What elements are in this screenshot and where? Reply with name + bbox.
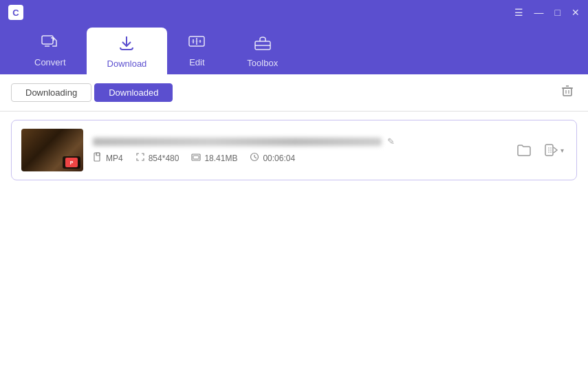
tab-convert-label: Convert: [34, 57, 66, 67]
sub-tab-downloading[interactable]: Downloading: [11, 83, 91, 102]
duration-icon: [250, 152, 259, 164]
resolution-icon: [135, 152, 145, 164]
convert-dropdown-arrow: ▾: [560, 147, 564, 154]
file-title-blurred: [93, 138, 382, 146]
svg-line-22: [254, 157, 257, 158]
maximize-icon[interactable]: □: [555, 7, 560, 18]
menu-icon[interactable]: ☰: [514, 7, 523, 18]
title-bar: C ☰ — □ ✕: [0, 0, 588, 25]
main-body: Downloading Downloaded P: [0, 74, 588, 391]
sub-tabs: Downloading Downloaded: [11, 83, 173, 102]
window-controls: ☰ — □ ✕: [514, 7, 580, 18]
size-icon: [191, 152, 201, 164]
file-meta: MP4 854*480: [93, 152, 504, 164]
nav-tabs: Convert Download Edit: [0, 25, 588, 74]
meta-size: 18.41MB: [191, 152, 237, 164]
svg-rect-0: [42, 36, 53, 44]
tab-edit[interactable]: Edit: [167, 28, 226, 74]
format-icon: [93, 152, 102, 164]
tab-download-label: Download: [107, 59, 147, 69]
file-format: MP4: [106, 154, 123, 163]
file-size: 18.41MB: [204, 154, 237, 163]
file-actions: ▾: [514, 140, 567, 160]
tab-toolbox-label: Toolbox: [247, 58, 278, 68]
tab-download[interactable]: Download: [87, 28, 168, 74]
convert-output-button[interactable]: ▾: [541, 140, 567, 160]
sub-tabs-bar: Downloading Downloaded: [0, 74, 588, 112]
close-icon[interactable]: ✕: [571, 7, 580, 18]
thumbnail-overlay: P: [63, 156, 80, 169]
sub-tab-downloaded[interactable]: Downloaded: [94, 83, 173, 102]
file-resolution: 854*480: [149, 154, 179, 163]
open-folder-button[interactable]: [514, 140, 534, 160]
svg-rect-19: [193, 156, 199, 159]
minimize-icon[interactable]: —: [534, 7, 544, 18]
meta-format: MP4: [93, 152, 123, 164]
svg-rect-10: [563, 88, 571, 96]
file-info: ✎ MP4: [93, 136, 504, 164]
site-badge: P: [65, 158, 78, 167]
meta-duration: 00:06:04: [250, 152, 295, 164]
meta-resolution: 854*480: [135, 152, 179, 164]
content-area: P ✎: [0, 112, 588, 391]
trash-button[interactable]: [558, 81, 577, 104]
file-title-row: ✎: [93, 136, 504, 147]
tab-convert[interactable]: Convert: [14, 28, 87, 74]
tab-toolbox[interactable]: Toolbox: [226, 28, 298, 74]
file-edit-icon[interactable]: ✎: [387, 136, 395, 147]
edit-nav-icon: [188, 35, 206, 54]
file-thumbnail: P: [21, 129, 83, 171]
file-item: P ✎: [11, 120, 577, 180]
file-duration: 00:06:04: [263, 154, 295, 163]
app-logo: C: [8, 5, 23, 20]
convert-icon: [41, 35, 59, 54]
tab-edit-label: Edit: [189, 57, 204, 67]
download-icon: [118, 34, 135, 56]
svg-rect-15: [94, 153, 100, 161]
toolbox-icon: [254, 34, 272, 55]
